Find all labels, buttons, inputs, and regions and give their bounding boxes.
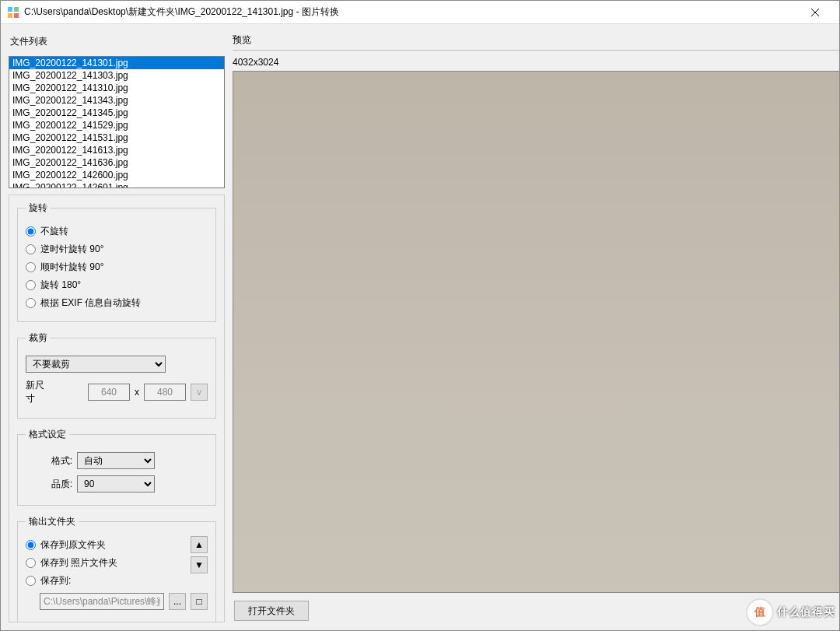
open-folder-button[interactable]: 打开文件夹 (234, 601, 309, 621)
file-list-item[interactable]: IMG_20200122_141636.jpg (9, 156, 224, 169)
output-option-label: 保存到原文件夹 (40, 538, 106, 552)
file-list-item[interactable]: IMG_20200122_141529.jpg (9, 119, 224, 131)
file-list-item[interactable]: IMG_20200122_141345.jpg (9, 107, 224, 119)
rotate-legend: 旋转 (26, 202, 51, 215)
format-label: 格式: (26, 454, 72, 468)
output-option[interactable]: 保存到原文件夹 (26, 536, 186, 554)
preview-image-viewport[interactable]: 移动基站后请 机器人清洗抹布时请勿移动 (233, 71, 839, 593)
preview-label: 预览 (233, 32, 839, 50)
file-list-item[interactable]: IMG_20200122_141531.jpg (9, 131, 224, 144)
output-legend: 输出文件夹 (26, 515, 79, 528)
file-list-item[interactable]: IMG_20200122_142600.jpg (9, 169, 224, 181)
rotate-option-label: 旋转 180° (40, 279, 81, 292)
browse-button[interactable]: ... (169, 593, 186, 610)
rotate-option[interactable]: 逆时针旋转 90° (26, 240, 208, 258)
preview-image: 移动基站后请 机器人清洗抹布时请勿移动 (233, 72, 839, 593)
output-radio[interactable] (26, 576, 36, 586)
right-column: 预览 4032x3024 移动基站后请 机器人清洗抹布时请勿移动 打开文件夹 开… (233, 32, 839, 622)
bottom-button-bar: 打开文件夹 开始 关闭 (233, 593, 839, 622)
file-list[interactable]: IMG_20200122_141301.jpgIMG_20200122_1413… (9, 56, 225, 188)
rotate-option-label: 不旋转 (40, 225, 68, 238)
format-group: 格式设定 格式: 自动 品质: 90 (17, 428, 216, 506)
rotate-option[interactable]: 顺时针旋转 90° (26, 258, 208, 276)
output-group: 输出文件夹 保存到原文件夹保存到 照片文件夹保存到: ▲ ▼ ... □ 文件名… (17, 515, 216, 622)
svg-rect-2 (8, 13, 12, 18)
format-legend: 格式设定 (26, 428, 69, 441)
svg-rect-1 (14, 7, 19, 12)
output-option-label: 保存到: (40, 574, 71, 587)
output-radio[interactable] (26, 540, 36, 550)
rotate-radio[interactable] (26, 262, 36, 272)
open-output-button[interactable]: □ (191, 593, 208, 610)
output-move-down-button[interactable]: ▼ (191, 556, 208, 573)
rotate-radio[interactable] (26, 226, 36, 237)
left-column: 文件列表 IMG_20200122_141301.jpgIMG_20200122… (9, 32, 225, 622)
output-option-label: 保存到 照片文件夹 (40, 556, 117, 570)
crop-width-input[interactable] (88, 384, 130, 401)
format-select[interactable]: 自动 (77, 452, 155, 469)
preview-divider (233, 50, 839, 51)
output-radio[interactable] (26, 558, 36, 568)
rotate-option[interactable]: 根据 EXIF 信息自动旋转 (26, 294, 208, 312)
rotate-option-label: 根据 EXIF 信息自动旋转 (40, 296, 141, 310)
rotate-option[interactable]: 旋转 180° (26, 276, 208, 294)
preview-dimensions: 4032x3024 (233, 55, 839, 71)
crop-group: 裁剪 不要裁剪 新尺寸 x v (17, 331, 216, 419)
quality-select[interactable]: 90 (77, 475, 155, 493)
rotate-option-label: 逆时针旋转 90° (40, 243, 103, 256)
window-title: C:\Users\panda\Desktop\新建文件夹\IMG_2020012… (24, 5, 797, 19)
file-list-item[interactable]: IMG_20200122_141301.jpg (9, 57, 224, 69)
close-window-button[interactable] (797, 1, 833, 24)
rotate-option[interactable]: 不旋转 (26, 223, 208, 240)
file-list-label: 文件列表 (9, 32, 225, 50)
filename-prefix-label: 文件名前缀 (26, 621, 72, 622)
file-list-item[interactable]: IMG_20200122_141613.jpg (9, 144, 224, 156)
x-label: x (135, 387, 139, 398)
rotate-radio[interactable] (26, 280, 36, 290)
crop-height-input[interactable] (144, 384, 186, 401)
settings-panel[interactable]: 旋转 不旋转逆时针旋转 90°顺时针旋转 90°旋转 180°根据 EXIF 信… (9, 195, 225, 622)
svg-rect-3 (14, 13, 19, 18)
rotate-option-label: 顺时针旋转 90° (40, 261, 103, 274)
rotate-group: 旋转 不旋转逆时针旋转 90°顺时针旋转 90°旋转 180°根据 EXIF 信… (17, 202, 216, 322)
svg-rect-0 (8, 7, 12, 12)
file-list-item[interactable]: IMG_20200122_141343.jpg (9, 94, 224, 107)
app-icon (7, 6, 19, 19)
quality-label: 品质: (26, 478, 72, 491)
output-option[interactable]: 保存到: (26, 572, 186, 590)
title-bar: C:\Users\panda\Desktop\新建文件夹\IMG_2020012… (1, 1, 839, 24)
file-list-item[interactable]: IMG_20200122_142601.jpg (9, 181, 224, 188)
crop-v-button[interactable]: v (191, 384, 208, 401)
rotate-radio[interactable] (26, 244, 36, 254)
output-path-input[interactable] (40, 593, 164, 610)
main-area: 文件列表 IMG_20200122_141301.jpgIMG_20200122… (1, 24, 839, 630)
crop-legend: 裁剪 (26, 331, 51, 345)
output-move-up-button[interactable]: ▲ (191, 536, 208, 553)
file-list-item[interactable]: IMG_20200122_141310.jpg (9, 82, 224, 94)
crop-mode-select[interactable]: 不要裁剪 (26, 356, 166, 373)
output-option[interactable]: 保存到 照片文件夹 (26, 554, 186, 572)
rotate-radio[interactable] (26, 298, 36, 308)
new-size-label: 新尺寸 (26, 379, 44, 405)
file-list-item[interactable]: IMG_20200122_141303.jpg (9, 69, 224, 82)
